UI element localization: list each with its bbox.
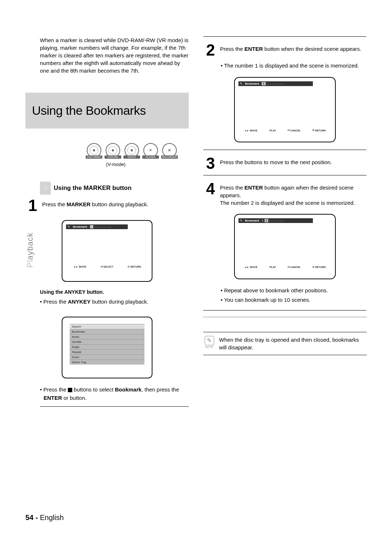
anykey-header: Using the ANYKEY button. <box>40 289 189 295</box>
step-4: 4 Press the ENTER button again when the … <box>203 182 367 207</box>
move-icon: ◄► <box>73 265 78 268</box>
return-icon: ↺ <box>312 129 314 132</box>
move-icon: ◄► <box>244 129 249 132</box>
right-column: 2 Press the ENTER button when the desire… <box>203 36 367 411</box>
bookmark-screen-2: ✎ Bookmark 1 2 - - - - - - - -- ◄►MOVE P… <box>234 214 336 279</box>
disc-recorder: RRECORDER <box>161 143 178 159</box>
note-box: ✎ NOTE When the disc tray is opened and … <box>203 332 367 355</box>
step-2-number: 2 <box>203 43 218 57</box>
menu-item: Search <box>70 324 144 329</box>
screen-bottom-hints: ◄►MOVE PLAY ⏎CANCEL ↺RETURN <box>238 129 331 132</box>
cancel-icon: ⏎ <box>287 129 290 132</box>
note-icon-column: ✎ NOTE <box>203 336 216 351</box>
step-3-text: Press the buttons to move to the next po… <box>220 156 332 171</box>
bookmark-screen-empty: ✎ Bookmark - - - - - - - - - -- ◄►MOVE ⏎… <box>62 220 152 282</box>
menu-item: Select Tray <box>70 360 144 365</box>
step-1-text: Press the MARKER button during playback. <box>42 198 148 213</box>
divider <box>203 175 367 176</box>
bookmark-icon: ✎ <box>240 82 242 85</box>
note-pencil-icon: ✎ <box>205 336 214 345</box>
menu-item: Audio <box>70 334 144 339</box>
move-icon: ◄► <box>244 266 249 268</box>
section-title: Using the Bookmarks <box>32 103 182 118</box>
limit-bullet: • You can bookmark up to 10 scenes. <box>221 296 367 304</box>
menu-item: Zoom <box>70 354 144 360</box>
disc-dvdr: DVD-R <box>123 143 140 159</box>
divider <box>40 406 189 407</box>
step-3-number: 3 <box>203 156 218 171</box>
step-2-bullet: • The number 1 is displayed and the scen… <box>221 62 367 70</box>
page-footer: 54 - English <box>25 513 64 522</box>
screen-bottom-hints: ◄►MOVE PLAY ⏎CANCEL ↺RETURN <box>238 266 331 269</box>
return-icon: ↺ <box>127 265 130 268</box>
grey-divider <box>203 317 367 317</box>
divider <box>203 36 367 37</box>
chapter-tab: Playback <box>25 232 35 268</box>
press-select-bullet: • Press the buttons to select Bookmark, … <box>40 386 189 402</box>
disc-dvdrw: DVD-RW <box>105 143 121 159</box>
menu-item: Angle <box>70 344 144 349</box>
divider <box>203 150 367 150</box>
bookmark-icon: ✎ <box>68 225 70 228</box>
nav-square-icon <box>68 388 72 392</box>
marker-section-title: Using the MARKER button <box>54 184 131 192</box>
step-2-text: Press the ENTER button when the desired … <box>220 43 361 57</box>
menu-item: Bookmark <box>70 329 144 334</box>
page-number: 54 - <box>25 513 38 521</box>
section-title-box: Using the Bookmarks <box>25 93 189 129</box>
page-content: When a marker is cleared while DVD-RAM/-… <box>0 0 392 411</box>
step-2: 2 Press the ENTER button when the desire… <box>203 43 367 57</box>
step-4-number: 4 <box>203 182 218 207</box>
note-text: When the disc tray is opened and then cl… <box>219 336 367 351</box>
vmode-label: (V-mode) <box>25 162 189 167</box>
menu-item: Subtitle <box>70 339 144 344</box>
marker-section-header: ☟ Using the MARKER button <box>40 182 189 195</box>
step-1: 1 Press the MARKER button during playbac… <box>25 198 189 213</box>
note-label: NOTE <box>205 345 213 349</box>
disc-type-icons: DVD-VIDEO DVD-RW DVD-R PPLAYER RRECORDER <box>25 143 189 159</box>
bookmark-screen-1: ✎ Bookmark 1 - - - - - - - - -- ◄►MOVE P… <box>234 77 336 142</box>
disc-dvdvideo: DVD-VIDEO <box>86 143 102 159</box>
repeat-bullet: • Repeat above to bookmark other positio… <box>221 287 367 295</box>
step-3: 3 Press the buttons to move to the next … <box>203 156 367 171</box>
page-language: English <box>40 513 64 521</box>
left-column: When a marker is cleared while DVD-RAM/-… <box>25 36 189 411</box>
cancel-icon: ⏎ <box>287 266 290 269</box>
select-icon: ⏎ <box>101 265 103 268</box>
anykey-bullet: • Press the ANYKEY button during playbac… <box>40 298 189 306</box>
step-4-text: Press the ENTER button again when the de… <box>220 182 367 207</box>
bookmark-icon: ✎ <box>240 219 242 222</box>
step-1-number: 1 <box>25 198 40 213</box>
return-icon: ↺ <box>312 266 314 269</box>
intro-paragraph: When a marker is cleared while DVD-RAM/-… <box>40 36 189 74</box>
anykey-menu-screen: Search Bookmark Audio Subtitle Angle Rep… <box>62 317 152 378</box>
menu-item: Repeat <box>70 349 144 354</box>
hand-pointer-icon: ☟ <box>40 182 51 195</box>
disc-player: PPLAYER <box>142 143 159 159</box>
divider <box>203 310 367 311</box>
screen-bottom-hints: ◄►MOVE ⏎SELECT ↺RETURN <box>66 265 148 268</box>
